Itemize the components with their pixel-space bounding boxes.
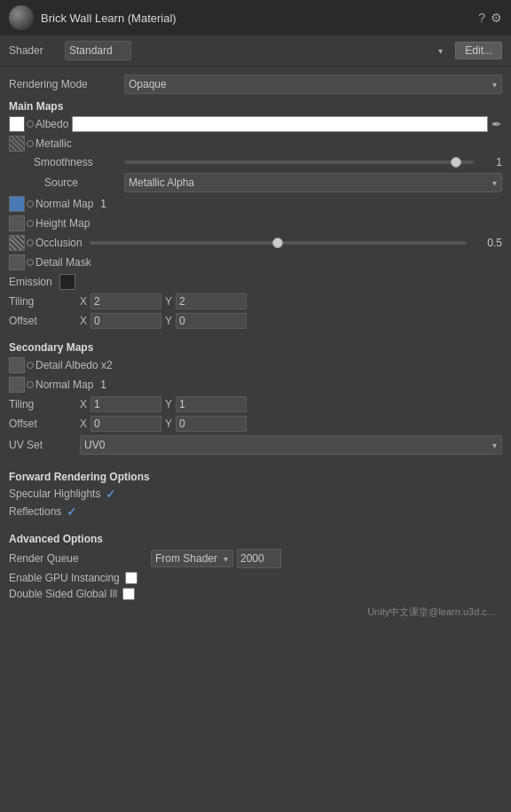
forward-rendering-section: Forward Rendering Options Specular Highl…	[9, 464, 502, 522]
eyedropper-icon[interactable]: ✒	[491, 117, 502, 131]
secondary-offset-row: Offset X Y	[9, 414, 502, 433]
offset-label: Offset	[9, 315, 80, 327]
specular-highlights-label: Specular Highlights	[9, 488, 100, 500]
normal-thumb	[9, 196, 25, 212]
normal-value: 1	[100, 198, 106, 210]
offset-x-input[interactable]	[90, 313, 161, 329]
offset-xy: X Y	[80, 313, 502, 329]
render-queue-select[interactable]: From Shader	[151, 550, 233, 567]
albedo-thumb	[9, 116, 25, 132]
detail-albedo-circle	[27, 362, 34, 369]
detail-mask-thumb	[9, 254, 25, 270]
tiling-label: Tiling	[9, 295, 80, 308]
secondary-tiling-label: Tiling	[9, 398, 80, 410]
secondary-normal-value: 1	[100, 379, 106, 391]
settings-icon[interactable]: ⚙	[491, 11, 502, 25]
secondary-offset-label: Offset	[9, 418, 80, 430]
detail-albedo-label: Detail Albedo x2	[35, 359, 113, 371]
occlusion-thumb-knob[interactable]	[272, 238, 283, 248]
secondary-maps-header: Secondary Maps	[9, 341, 502, 354]
occlusion-track	[90, 241, 467, 245]
sec-offset-y-input[interactable]	[176, 416, 247, 432]
occlusion-circle	[27, 239, 34, 246]
gpu-instancing-checkbox[interactable]	[125, 572, 138, 584]
normal-circle	[27, 200, 34, 207]
sec-offset-x-input[interactable]	[90, 416, 161, 432]
occlusion-value: 0.5	[470, 237, 502, 249]
render-queue-label: Render Queue	[9, 552, 151, 565]
smoothness-thumb[interactable]	[451, 157, 461, 168]
metallic-row: Metallic	[9, 134, 502, 153]
render-queue-dropdown-wrapper: From Shader	[151, 550, 233, 567]
smoothness-label: Smoothness	[9, 156, 124, 168]
title-bar: Brick Wall Learn (Material) ? ⚙	[0, 0, 511, 35]
divider-2	[9, 457, 502, 464]
sec-tiling-y-input[interactable]	[176, 396, 247, 412]
advanced-options-header: Advanced Options	[9, 533, 502, 545]
secondary-normal-circle	[27, 381, 34, 388]
render-queue-value-input[interactable]	[237, 549, 281, 568]
uv-set-select[interactable]: UV0	[80, 435, 502, 455]
double-sided-checkbox[interactable]	[122, 588, 135, 600]
occlusion-thumb	[9, 235, 25, 251]
title-bar-icons: ? ⚙	[478, 11, 502, 25]
metallic-circle	[27, 140, 34, 147]
rendering-mode-row: Rendering Mode Opaque	[9, 72, 502, 97]
albedo-color-field[interactable]	[72, 116, 488, 132]
height-label: Height Map	[35, 217, 90, 230]
offset-x-label: X	[80, 315, 87, 327]
tiling-x-label: X	[80, 295, 87, 308]
advanced-options-section: Advanced Options Render Queue From Shade…	[9, 533, 502, 602]
detail-albedo-thumb	[9, 357, 25, 373]
offset-y-input[interactable]	[176, 313, 247, 329]
divider-1	[9, 331, 502, 338]
tiling-x-input[interactable]	[90, 293, 161, 309]
secondary-normal-row: Normal Map 1	[9, 375, 502, 394]
smoothness-track	[124, 160, 474, 164]
shader-select[interactable]: Standard	[65, 41, 131, 60]
edit-button[interactable]: Edit...	[455, 42, 502, 59]
rendering-mode-label: Rendering Mode	[9, 78, 124, 90]
tiling-y-input[interactable]	[176, 293, 247, 309]
secondary-normal-thumb	[9, 377, 25, 393]
double-sided-label: Double Sided Global Ill	[9, 588, 117, 600]
sec-offset-x-label: X	[80, 418, 87, 430]
smoothness-slider[interactable]	[124, 155, 474, 169]
emission-label: Emission	[9, 276, 52, 288]
sec-tiling-y-label: Y	[165, 398, 172, 410]
main-content: Rendering Mode Opaque Main Maps Albedo ✒…	[0, 66, 511, 626]
gpu-instancing-row: Enable GPU Instancing	[9, 570, 502, 586]
secondary-tiling-row: Tiling X Y	[9, 394, 502, 414]
rendering-mode-dropdown-wrapper: Opaque	[124, 74, 502, 94]
sec-tiling-x-input[interactable]	[90, 396, 161, 412]
secondary-normal-label: Normal Map	[35, 379, 93, 391]
height-circle	[27, 220, 34, 227]
source-select[interactable]: Metallic Alpha	[124, 173, 502, 192]
normal-map-row: Normal Map 1	[9, 194, 502, 214]
detail-mask-label: Detail Mask	[35, 256, 91, 269]
metallic-label: Metallic	[35, 137, 72, 150]
smoothness-row: Smoothness 1	[9, 153, 502, 171]
occlusion-label: Occlusion	[35, 237, 83, 249]
normal-label: Normal Map	[35, 198, 93, 210]
specular-highlights-row: Specular Highlights ✓	[9, 485, 502, 503]
source-dropdown-wrapper: Metallic Alpha	[124, 173, 502, 192]
help-icon[interactable]: ?	[478, 11, 485, 25]
smoothness-value: 1	[477, 156, 502, 168]
forward-rendering-header: Forward Rendering Options	[9, 471, 502, 483]
rendering-mode-select[interactable]: Opaque	[124, 74, 502, 94]
detail-albedo-row: Detail Albedo x2	[9, 355, 502, 375]
tiling-y-label: Y	[165, 295, 172, 308]
gpu-instancing-label: Enable GPU Instancing	[9, 572, 120, 584]
watermark: Unity中文课堂@learn.u3d.c...	[9, 602, 502, 621]
detail-mask-circle	[27, 259, 34, 266]
secondary-offset-xy: X Y	[80, 416, 502, 432]
occlusion-slider[interactable]	[90, 236, 467, 250]
detail-mask-row: Detail Mask	[9, 253, 502, 272]
shader-label: Shader	[9, 44, 58, 57]
height-thumb	[9, 215, 25, 231]
emission-row: Emission	[9, 272, 502, 292]
shader-row: Shader Standard Edit...	[0, 35, 511, 66]
height-map-row: Height Map	[9, 214, 502, 233]
emission-color-swatch[interactable]	[59, 274, 75, 290]
